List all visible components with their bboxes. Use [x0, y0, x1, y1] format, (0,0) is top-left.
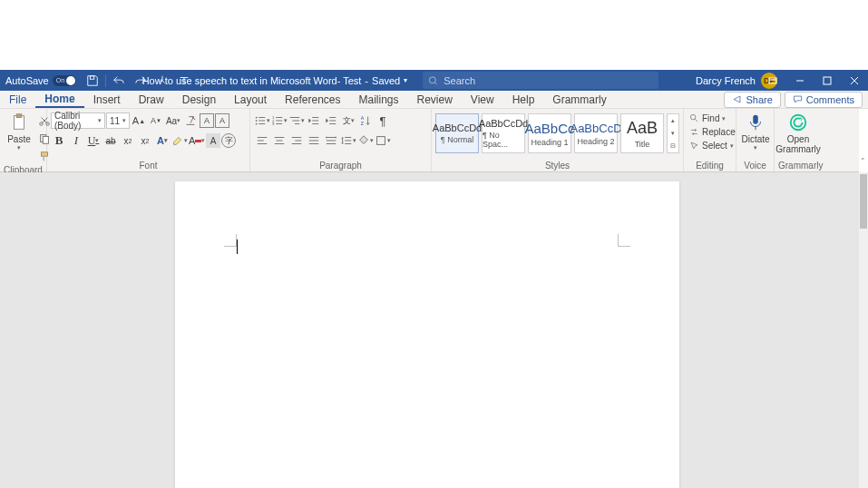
ribbon-tabs: File Home Insert Draw Design Layout Refe… [0, 91, 868, 109]
chevron-down-icon: ▾ [98, 117, 102, 124]
tab-home[interactable]: Home [35, 91, 83, 108]
svg-point-1 [429, 76, 435, 83]
document-area[interactable] [0, 172, 859, 488]
select-button[interactable]: Select▾ [688, 140, 736, 151]
font-color-icon[interactable]: A▾ [189, 132, 205, 149]
styles-group-label: Styles [435, 161, 679, 171]
underline-button[interactable]: U▾ [85, 132, 102, 149]
vertical-scrollbar[interactable]: ▴ [859, 172, 868, 488]
character-shading-icon[interactable]: A [206, 133, 220, 148]
share-label: Share [746, 94, 772, 105]
style-no-spacing[interactable]: AaBbCcDd¶ No Spac... [482, 113, 525, 153]
tab-insert[interactable]: Insert [84, 91, 130, 108]
distributed-icon[interactable] [323, 132, 339, 149]
tab-references[interactable]: References [276, 91, 349, 108]
svg-rect-5 [16, 114, 22, 118]
numbering-icon[interactable]: 123▾ [271, 112, 288, 129]
autosave-toggle[interactable]: On [53, 75, 76, 86]
tab-layout[interactable]: Layout [225, 91, 276, 108]
sort-icon[interactable]: AZ [357, 112, 374, 129]
italic-button[interactable]: I [68, 132, 84, 149]
maximize-icon[interactable] [814, 70, 841, 91]
tab-mailings[interactable]: Mailings [349, 91, 407, 108]
change-case-icon[interactable]: Aa▾ [165, 112, 181, 129]
font-size-value: 11 [110, 116, 120, 126]
font-group-label: Font [51, 161, 246, 171]
strikethrough-button[interactable]: ab [102, 132, 119, 149]
margin-mark-tl [224, 234, 237, 247]
tab-view[interactable]: View [462, 91, 503, 108]
autosave-control[interactable]: AutoSave On [0, 75, 82, 86]
paste-button[interactable]: Paste ▾ [4, 111, 34, 153]
align-center-icon[interactable] [271, 132, 288, 149]
replace-button[interactable]: Replace [688, 126, 737, 138]
shrink-font-icon[interactable]: A▼ [148, 112, 164, 129]
tab-grammarly[interactable]: Grammarly [543, 91, 615, 108]
line-spacing-icon[interactable]: ▾ [340, 132, 356, 149]
search-box[interactable] [423, 72, 658, 89]
align-right-icon[interactable] [288, 132, 305, 149]
justify-icon[interactable] [306, 132, 322, 149]
shading-icon[interactable]: ▾ [357, 132, 374, 149]
bold-button[interactable]: B [51, 132, 67, 149]
decrease-indent-icon[interactable] [306, 112, 322, 129]
font-size-combo[interactable]: 11▾ [106, 112, 130, 129]
style-heading-1[interactable]: AaBbCcHeading 1 [528, 113, 571, 153]
close-icon[interactable] [841, 70, 868, 91]
paste-label: Paste [7, 134, 31, 144]
find-button[interactable]: Find▾ [688, 112, 727, 124]
save-status: Saved [372, 75, 400, 86]
save-icon[interactable] [85, 73, 100, 88]
superscript-button[interactable]: x2 [137, 132, 153, 149]
style-title[interactable]: AaBTitle [620, 113, 664, 153]
title-dropdown-icon[interactable]: ▾ [404, 76, 407, 84]
collapse-ribbon-icon[interactable]: ˄ [857, 156, 868, 167]
ribbon-display-icon[interactable] [759, 70, 786, 91]
comments-label: Comments [806, 94, 854, 105]
paragraph-group-label: Paragraph [254, 161, 427, 171]
svg-point-22 [791, 115, 806, 131]
document-title: How to use speech to text in Microsoft W… [142, 75, 362, 86]
dictate-button[interactable]: Dictate ▾ [740, 111, 771, 153]
tab-help[interactable]: Help [503, 91, 544, 108]
show-hide-marks-icon[interactable]: ¶ [375, 112, 391, 129]
multilevel-list-icon[interactable]: ▾ [288, 112, 305, 129]
borders-icon[interactable]: ▾ [375, 132, 391, 149]
style-normal[interactable]: AaBbCcDd¶ Normal [435, 113, 479, 153]
style-heading-2[interactable]: AaBbCcDHeading 2 [574, 113, 618, 153]
align-left-icon[interactable] [254, 132, 270, 149]
svg-rect-3 [824, 77, 831, 84]
group-paragraph: ▾ 123▾ ▾ 文▾ AZ ¶ ▾ ▾ ▾ Paragraph [250, 109, 432, 171]
asian-layout-icon[interactable]: 文▾ [340, 112, 356, 129]
enclose-characters-icon[interactable]: 字 [221, 133, 236, 148]
open-grammarly-button[interactable]: Open Grammarly [778, 111, 818, 156]
comments-button[interactable]: Comments [785, 92, 863, 108]
share-button[interactable]: Share [724, 92, 780, 108]
search-input[interactable] [444, 75, 653, 86]
scroll-thumb[interactable] [860, 174, 867, 229]
character-border-icon[interactable]: A [215, 113, 229, 128]
style-preview: AaBbCcDd [433, 122, 482, 133]
bullets-icon[interactable]: ▾ [254, 112, 270, 129]
select-label: Select [702, 141, 727, 151]
font-name-combo[interactable]: Calibri (Body)▾ [51, 112, 105, 129]
clear-formatting-icon[interactable] [182, 112, 199, 129]
grow-font-icon[interactable]: A▲ [131, 112, 147, 129]
styles-more-icon[interactable]: ▴▾⊟ [667, 113, 679, 153]
subscript-button[interactable]: x2 [120, 132, 136, 149]
tab-draw[interactable]: Draw [130, 91, 173, 108]
undo-icon[interactable] [112, 73, 126, 88]
svg-text:A: A [361, 115, 365, 121]
page[interactable] [175, 181, 679, 488]
highlight-icon[interactable]: ▾ [171, 132, 188, 149]
text-effects-icon[interactable]: A▾ [154, 132, 171, 149]
minimize-icon[interactable] [786, 70, 814, 91]
find-label: Find [702, 113, 719, 123]
tab-design[interactable]: Design [173, 91, 225, 108]
grammarly-group-label: Grammarly [778, 161, 818, 171]
font-name-value: Calibri (Body) [54, 111, 98, 131]
tab-file[interactable]: File [0, 91, 35, 108]
tab-review[interactable]: Review [408, 91, 462, 108]
increase-indent-icon[interactable] [323, 112, 339, 129]
phonetic-guide-icon[interactable]: A [200, 113, 214, 128]
